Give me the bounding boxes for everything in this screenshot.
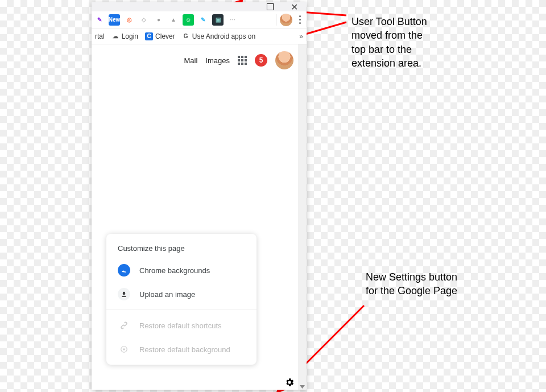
new-tab-page: Mail Images 5 Customize this page Chrome… xyxy=(92,44,298,390)
ext-grey1[interactable]: ● xyxy=(153,14,164,26)
upload-icon xyxy=(118,288,130,300)
window-close-icon[interactable]: ✕ xyxy=(289,3,299,10)
browser-window: ❐ ✕ ✎New◎◇●▲☺✎▣⋯ rtal☁LoginCCleverGUse A… xyxy=(92,2,307,390)
upload-image-item[interactable]: Upload an image xyxy=(106,282,257,306)
ext-new[interactable]: New xyxy=(109,14,120,26)
link-icon xyxy=(118,319,130,332)
user-avatar-button[interactable] xyxy=(280,14,292,26)
svg-point-5 xyxy=(123,348,125,350)
toolbar-separator xyxy=(276,14,276,26)
bk-login[interactable]: ☁Login xyxy=(111,32,138,40)
bookmark-label: Use Android apps on xyxy=(192,32,255,40)
popup-item-label: Upload an image xyxy=(139,290,195,299)
caption-user-tool: User Tool Button moved from the top bar … xyxy=(351,15,437,70)
account-avatar[interactable] xyxy=(275,51,293,69)
bk-android-icon: G xyxy=(182,32,190,40)
ext-more[interactable]: ⋯ xyxy=(227,14,238,26)
notifications-badge[interactable]: 5 xyxy=(255,54,267,67)
window-restore-icon[interactable]: ❐ xyxy=(266,3,275,10)
ext-orange[interactable]: ◎ xyxy=(123,14,135,26)
popup-item-label: Restore default background xyxy=(139,345,230,354)
chrome-icon xyxy=(118,343,130,356)
popup-item-label: Chrome backgrounds xyxy=(139,266,210,275)
restore-shortcuts-item: Restore default shortcuts xyxy=(106,313,257,337)
scrollbar[interactable] xyxy=(298,44,307,390)
menu-button[interactable] xyxy=(296,15,304,24)
bk-clever-icon: C xyxy=(145,32,153,40)
google-header: Mail Images 5 xyxy=(184,51,293,69)
landscape-icon xyxy=(118,264,130,277)
images-link[interactable]: Images xyxy=(205,56,230,65)
bk-clever[interactable]: CClever xyxy=(145,32,175,40)
bookmarks-overflow[interactable]: » xyxy=(299,32,303,40)
ext-dark[interactable]: ▣ xyxy=(212,14,224,26)
restore-background-item: Restore default background xyxy=(106,337,257,361)
ext-pdf[interactable]: ▲ xyxy=(168,14,179,26)
chrome-backgrounds-item[interactable]: Chrome backgrounds xyxy=(106,258,257,282)
bk-android[interactable]: GUse Android apps on xyxy=(182,32,255,40)
caption-settings: New Settings button for the Google Page xyxy=(366,270,468,298)
bk-rtal[interactable]: rtal xyxy=(95,32,105,40)
settings-gear-icon[interactable] xyxy=(284,377,295,387)
bookmarks-bar: rtal☁LoginCCleverGUse Android apps on » xyxy=(92,28,307,44)
svg-marker-6 xyxy=(300,385,305,389)
window-titlebar: ❐ ✕ xyxy=(92,2,307,11)
popup-title: Customize this page xyxy=(106,244,257,258)
bookmark-label: rtal xyxy=(95,32,105,40)
extensions-toolbar: ✎New◎◇●▲☺✎▣⋯ xyxy=(92,11,307,28)
ext-purple[interactable]: ✎ xyxy=(94,14,105,26)
ext-note[interactable]: ✎ xyxy=(197,14,209,26)
customize-popup: Customize this page Chrome backgrounds U… xyxy=(106,234,257,365)
bk-login-icon: ☁ xyxy=(111,32,119,40)
bookmark-label: Clever xyxy=(155,32,175,40)
apps-grid-icon[interactable] xyxy=(238,56,247,65)
bookmark-label: Login xyxy=(122,32,138,40)
mail-link[interactable]: Mail xyxy=(184,56,198,65)
ext-green[interactable]: ☺ xyxy=(183,14,194,26)
popup-item-label: Restore default shortcuts xyxy=(139,321,222,330)
ext-shield[interactable]: ◇ xyxy=(138,14,150,26)
